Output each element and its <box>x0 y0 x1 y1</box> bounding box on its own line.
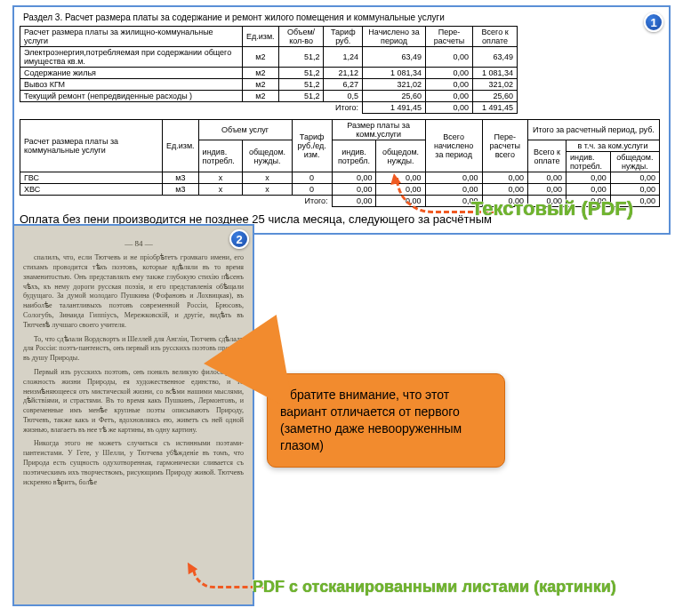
badge-1: 1 <box>644 12 663 32</box>
table-utilities: Расчет размера платы за коммунальные усл… <box>20 119 660 207</box>
callout-note: Обратите внимание, что этот вариант отли… <box>267 373 505 468</box>
label-scan-pdf: PDF с отсканированными листами (картинки… <box>253 578 616 596</box>
label-text-pdf: Текстовый (PDF) <box>471 197 633 220</box>
table-housing: Расчет размера платы за жилищно-коммунал… <box>20 26 518 114</box>
scanned-page-text: — 84 — спалилъ, что, если Тютчевъ и не п… <box>23 238 244 596</box>
section-title: Раздел 3. Расчет размера платы за содерж… <box>23 12 663 22</box>
arrowhead-icon <box>389 172 401 185</box>
